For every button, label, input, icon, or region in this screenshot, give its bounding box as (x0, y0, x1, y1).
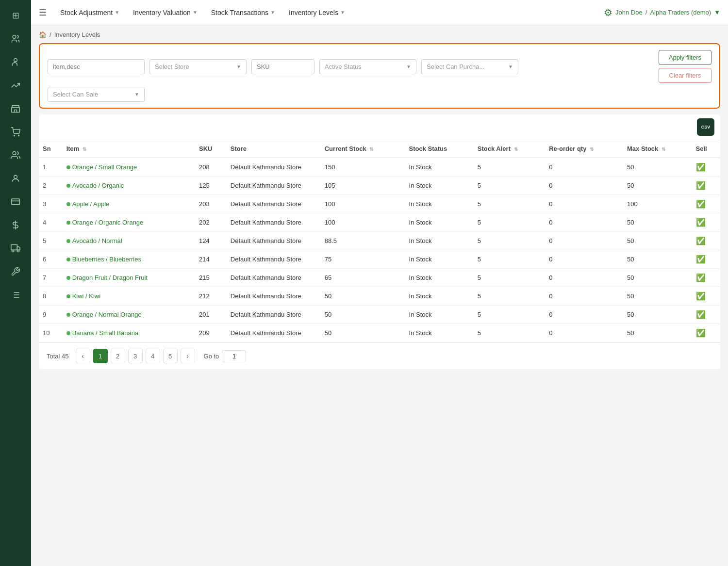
svg-rect-10 (11, 245, 17, 250)
cell-item[interactable]: Orange / Small Orange (63, 158, 195, 177)
page-content: 🏠 / Inventory Levels Select Store ▼ Acti… (31, 25, 728, 566)
clear-filters-button[interactable]: Clear filters (659, 68, 711, 83)
sidebar-icon-chart[interactable] (6, 76, 25, 95)
sidebar-icon-tools[interactable] (6, 262, 25, 281)
cell-sell[interactable]: ✅ (692, 250, 720, 269)
prev-page-button[interactable]: ‹ (76, 349, 90, 363)
col-reorder-qty[interactable]: Re-order qty ⇅ (545, 140, 623, 158)
col-item[interactable]: Item ⇅ (63, 140, 195, 158)
svg-point-12 (12, 250, 14, 252)
cell-item[interactable]: Apple / Apple (63, 195, 195, 213)
page-2-button[interactable]: 2 (111, 349, 125, 363)
sidebar-icon-store[interactable] (6, 99, 25, 118)
item-desc-input[interactable] (48, 59, 145, 74)
cell-sell[interactable]: ✅ (692, 269, 720, 287)
svg-point-4 (18, 135, 19, 136)
page-3-button[interactable]: 3 (128, 349, 143, 363)
inventory-table-area: CSV Sn Item ⇅ SKU Store Current Stock ⇅ … (39, 114, 720, 369)
cell-reorder-qty: 0 (545, 287, 623, 306)
sidebar-icon-team[interactable] (6, 146, 25, 165)
cell-sell[interactable]: ✅ (692, 158, 720, 177)
cell-sell[interactable]: ✅ (692, 213, 720, 232)
cell-item[interactable]: Avocado / Normal (63, 232, 195, 250)
cell-sku: 201 (195, 306, 227, 324)
sku-input[interactable] (251, 59, 314, 74)
can-purchase-select[interactable]: Select Can Purcha... ▼ (421, 59, 518, 74)
cell-item[interactable]: Avocado / Organic (63, 177, 195, 195)
nav-stock-adjustment[interactable]: Stock Adjustment ▼ (54, 6, 125, 19)
user-menu[interactable]: ⚙ John Doe / Alpha Traders (demo) ▼ (604, 7, 720, 18)
cell-store: Default Kathmandu Store (227, 306, 321, 324)
can-sale-select[interactable]: Select Can Sale ▼ (48, 87, 145, 102)
page-1-button[interactable]: 1 (93, 349, 108, 363)
csv-export-button[interactable]: CSV (697, 118, 714, 136)
cell-sell[interactable]: ✅ (692, 306, 720, 324)
home-icon[interactable]: 🏠 (39, 31, 47, 38)
col-current-stock[interactable]: Current Stock ⇅ (321, 140, 405, 158)
cell-max-stock: 50 (623, 324, 692, 342)
table-row: 2 Avocado / Organic 125 Default Kathmand… (39, 177, 720, 195)
next-page-button[interactable]: › (181, 349, 195, 363)
cell-stock-status: In Stock (405, 177, 474, 195)
page-5-button[interactable]: 5 (163, 349, 178, 363)
cell-sell[interactable]: ✅ (692, 195, 720, 213)
col-stock-alert[interactable]: Stock Alert ⇅ (474, 140, 545, 158)
sidebar-icon-users[interactable] (6, 29, 25, 49)
can-purchase-chevron-icon: ▼ (508, 64, 513, 69)
breadcrumb-separator: / (50, 31, 51, 38)
sidebar-icon-list[interactable] (6, 285, 25, 305)
chevron-down-icon: ▼ (270, 10, 275, 15)
chevron-down-icon: ▼ (340, 10, 345, 15)
cell-stock-status: In Stock (405, 269, 474, 287)
cell-max-stock: 50 (623, 177, 692, 195)
cell-stock-alert: 5 (474, 213, 545, 232)
svg-point-1 (14, 59, 17, 62)
nav-inventory-levels[interactable]: Inventory Levels ▼ (283, 6, 351, 19)
cell-sell[interactable]: ✅ (692, 177, 720, 195)
cell-max-stock: 50 (623, 158, 692, 177)
sidebar-icon-user-config[interactable] (6, 169, 25, 188)
status-select[interactable]: Active Status ▼ (319, 59, 416, 74)
cell-reorder-qty: 0 (545, 324, 623, 342)
chevron-down-icon: ▼ (193, 10, 198, 15)
cell-stock-status: In Stock (405, 232, 474, 250)
nav-inventory-valuation[interactable]: Inventory Valuation ▼ (127, 6, 203, 19)
col-store: Store (227, 140, 321, 158)
cell-current-stock: 50 (321, 306, 405, 324)
table-header-row: Sn Item ⇅ SKU Store Current Stock ⇅ Stoc… (39, 140, 720, 158)
svg-marker-11 (17, 247, 20, 250)
cell-item[interactable]: Banana / Small Banana (63, 324, 195, 342)
cell-max-stock: 50 (623, 213, 692, 232)
sidebar-icon-person[interactable] (6, 52, 25, 72)
cell-stock-alert: 5 (474, 250, 545, 269)
cell-reorder-qty: 0 (545, 177, 623, 195)
col-sku: SKU (195, 140, 227, 158)
cell-current-stock: 50 (321, 287, 405, 306)
sidebar-icon-cards[interactable] (6, 192, 25, 211)
user-chevron-icon: ▼ (714, 9, 720, 16)
cell-item[interactable]: Orange / Organic Orange (63, 213, 195, 232)
cell-stock-alert: 5 (474, 177, 545, 195)
cell-current-stock: 100 (321, 195, 405, 213)
cell-item[interactable]: Blueberries / Blueberries (63, 250, 195, 269)
goto-input[interactable] (222, 350, 246, 362)
store-select[interactable]: Select Store ▼ (149, 59, 247, 74)
cell-item[interactable]: Orange / Normal Orange (63, 306, 195, 324)
cell-sn: 10 (39, 324, 63, 342)
cell-reorder-qty: 0 (545, 269, 623, 287)
col-max-stock[interactable]: Max Stock ⇅ (623, 140, 692, 158)
cell-item[interactable]: Kiwi / Kiwi (63, 287, 195, 306)
nav-stock-transactions[interactable]: Stock Transactions ▼ (205, 6, 281, 19)
cell-sell[interactable]: ✅ (692, 232, 720, 250)
apply-filters-button[interactable]: Apply filters (659, 50, 711, 65)
cell-sell[interactable]: ✅ (692, 287, 720, 306)
page-4-button[interactable]: 4 (146, 349, 160, 363)
cell-stock-status: In Stock (405, 306, 474, 324)
sidebar-icon-dashboard[interactable]: ⊞ (6, 6, 25, 25)
cell-sell[interactable]: ✅ (692, 324, 720, 342)
sidebar-icon-dollar[interactable] (6, 215, 25, 235)
menu-icon[interactable]: ☰ (39, 7, 47, 18)
sidebar-icon-truck[interactable] (6, 239, 25, 258)
cell-item[interactable]: Dragon Fruit / Dragon Fruit (63, 269, 195, 287)
sidebar-icon-cart[interactable] (6, 122, 25, 142)
